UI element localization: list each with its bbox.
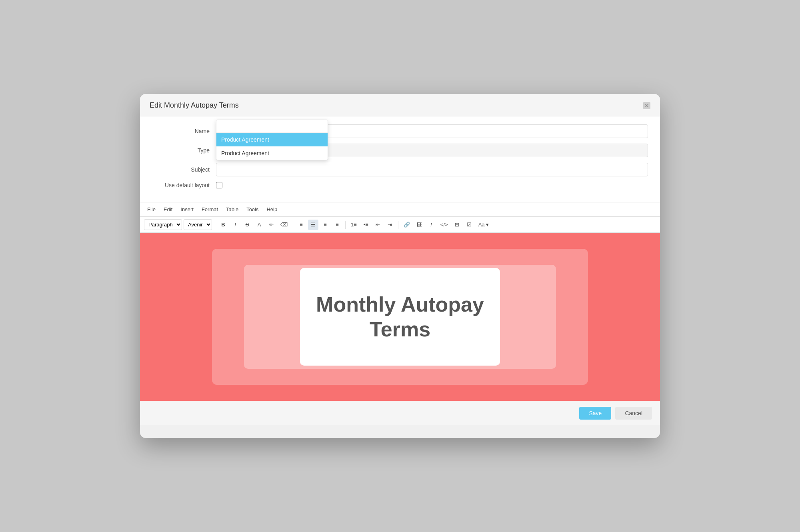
outdent-button[interactable]: ⇤: [373, 220, 383, 230]
menu-table[interactable]: Table: [223, 205, 242, 214]
italic-button[interactable]: I: [230, 220, 240, 230]
dropdown-item-1[interactable]: Product Agreement: [216, 146, 328, 160]
menu-edit[interactable]: Edit: [160, 205, 176, 214]
type-row: Type Product Agreement Product Agreement…: [152, 144, 648, 157]
paragraph-select[interactable]: Paragraph: [144, 219, 182, 230]
name-label: Name: [152, 128, 216, 134]
type-dropdown-menu: Product Agreement Product Agreement: [216, 120, 328, 160]
checklist-button[interactable]: ☑: [464, 220, 474, 230]
align-right-button[interactable]: ≡: [320, 220, 330, 230]
title-bar: Edit Monthly Autopay Terms ✕: [140, 94, 660, 116]
footer-bar: Save Cancel: [140, 401, 660, 425]
subject-input[interactable]: [216, 163, 648, 176]
bold-button[interactable]: B: [218, 220, 228, 230]
dropdown-search-input[interactable]: [216, 120, 328, 133]
type-dropdown-container: Product Agreement Product Agreement Prod…: [216, 144, 648, 157]
format2-button[interactable]: Aa ▾: [476, 220, 492, 230]
toolbar-divider-3: [345, 221, 346, 229]
align-justify-button[interactable]: ≡: [332, 220, 342, 230]
image-button[interactable]: 🖼: [414, 220, 424, 230]
menu-format[interactable]: Format: [198, 205, 221, 214]
type-label: Type: [152, 147, 216, 154]
default-layout-checkbox[interactable]: [216, 182, 222, 188]
unordered-list-button[interactable]: •≡: [361, 220, 371, 230]
default-layout-label: Use default layout: [152, 182, 216, 188]
embed-button[interactable]: ⊞: [452, 220, 462, 230]
ordered-list-button[interactable]: 1≡: [348, 220, 359, 230]
menu-insert[interactable]: Insert: [177, 205, 197, 214]
toolbar: Paragraph Avenir B I S A ✏ ⌫ ≡ ☰ ≡ ≡ 1≡ …: [140, 217, 660, 233]
toolbar-divider-4: [398, 221, 398, 229]
align-center-button[interactable]: ☰: [308, 220, 318, 230]
default-layout-row: Use default layout: [152, 182, 648, 188]
form-area: Name Type Product Agreement Product Agre…: [140, 116, 660, 202]
editor-title-card: Monthly Autopay Terms: [300, 268, 500, 366]
menu-bar: File Edit Insert Format Table Tools Help: [140, 202, 660, 217]
editor-title: Monthly Autopay Terms: [316, 292, 484, 342]
font-select[interactable]: Avenir: [184, 219, 212, 230]
font-color-button[interactable]: A: [254, 220, 264, 230]
window-title: Edit Monthly Autopay Terms: [150, 101, 239, 110]
menu-tools[interactable]: Tools: [243, 205, 262, 214]
subject-row: Subject: [152, 163, 648, 176]
menu-help[interactable]: Help: [263, 205, 280, 214]
subject-label: Subject: [152, 166, 216, 173]
modal-window: Edit Monthly Autopay Terms ✕ Name Type P…: [140, 94, 660, 438]
save-button[interactable]: Save: [579, 407, 611, 420]
italic2-button[interactable]: I: [426, 220, 436, 230]
align-left-button[interactable]: ≡: [296, 220, 306, 230]
toolbar-divider-2: [293, 221, 293, 229]
highlight-button[interactable]: ✏: [266, 220, 276, 230]
editor-content[interactable]: Monthly Autopay Terms: [140, 233, 660, 401]
code-button[interactable]: </>: [438, 220, 450, 230]
editor-area: File Edit Insert Format Table Tools Help…: [140, 202, 660, 401]
dropdown-item-0[interactable]: Product Agreement: [216, 133, 328, 146]
menu-file[interactable]: File: [144, 205, 159, 214]
cancel-button[interactable]: Cancel: [615, 407, 652, 420]
indent-button[interactable]: ⇥: [385, 220, 395, 230]
close-button[interactable]: ✕: [643, 102, 650, 109]
clear-format-button[interactable]: ⌫: [278, 220, 290, 230]
toolbar-divider-1: [215, 221, 215, 229]
strikethrough-button[interactable]: S: [242, 220, 252, 230]
link-button[interactable]: 🔗: [401, 220, 412, 230]
